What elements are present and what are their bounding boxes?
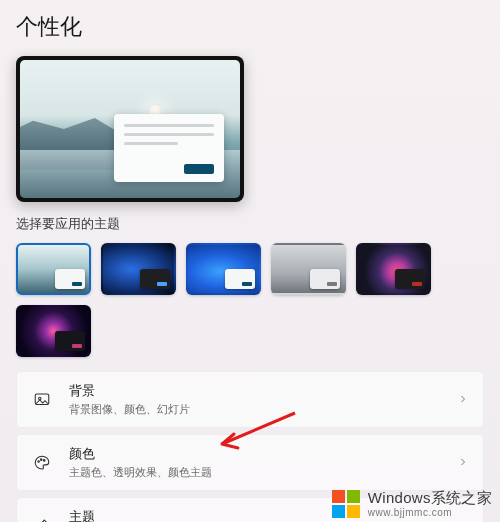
current-theme-preview: [16, 56, 244, 202]
page-title: 个性化: [16, 12, 484, 42]
svg-point-2: [38, 460, 40, 462]
windows-logo-icon: [332, 490, 360, 518]
row-subtitle: 背景图像、颜色、幻灯片: [69, 402, 457, 417]
chevron-right-icon: [457, 454, 469, 472]
section-label-select-theme: 选择要应用的主题: [16, 216, 484, 233]
watermark-url: www.bjjmmc.com: [368, 507, 492, 518]
chevron-right-icon: [457, 391, 469, 409]
settings-row-colors[interactable]: 颜色 主题色、透明效果、颜色主题: [16, 434, 484, 491]
login-card-mock: [114, 114, 224, 182]
brush-icon: [31, 515, 53, 523]
watermark-brand: Windows系统之家: [368, 490, 492, 507]
theme-grid: [16, 243, 484, 357]
row-subtitle: 主题色、透明效果、颜色主题: [69, 465, 457, 480]
theme-thumb-flower[interactable]: [356, 243, 431, 295]
settings-row-background[interactable]: 背景 背景图像、颜色、幻灯片: [16, 371, 484, 428]
palette-icon: [31, 452, 53, 474]
watermark: Windows系统之家 www.bjjmmc.com: [332, 490, 492, 518]
image-icon: [31, 389, 53, 411]
row-title: 背景: [69, 382, 457, 400]
theme-thumb-bloom-blue[interactable]: [186, 243, 261, 295]
theme-thumb-bloom-dark[interactable]: [101, 243, 176, 295]
theme-thumb-light[interactable]: [16, 243, 91, 295]
theme-thumb-orb[interactable]: [16, 305, 91, 357]
svg-point-3: [41, 458, 43, 460]
row-title: 颜色: [69, 445, 457, 463]
svg-point-4: [44, 459, 46, 461]
theme-thumb-grey[interactable]: [271, 243, 346, 295]
